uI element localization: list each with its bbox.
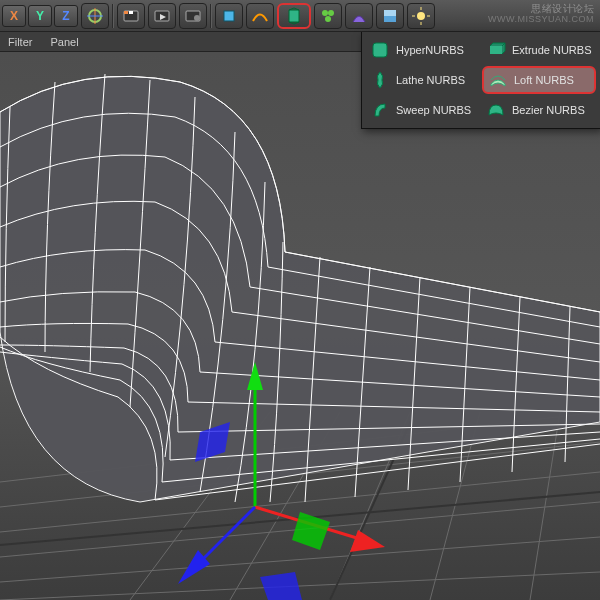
beziernurbs-icon [486, 100, 506, 120]
watermark-url: WWW.MISSYUAN.COM [488, 14, 594, 24]
render-view-button[interactable] [117, 3, 145, 29]
menu-panel[interactable]: Panel [50, 36, 78, 48]
svg-rect-49 [373, 43, 387, 57]
extrudenurbs-icon [486, 40, 506, 60]
svg-line-25 [0, 537, 600, 582]
render-settings-button[interactable] [179, 3, 207, 29]
dropdown-label: Extrude NURBS [512, 44, 591, 56]
svg-rect-15 [384, 10, 396, 16]
svg-marker-43 [350, 530, 385, 552]
loftnurbs-icon [488, 70, 508, 90]
viewport-3d[interactable] [0, 52, 600, 600]
array-button[interactable] [314, 3, 342, 29]
dropdown-label: Bezier NURBS [512, 104, 585, 116]
render-region-button[interactable] [148, 3, 176, 29]
coord-system-button[interactable] [81, 3, 109, 29]
dropdown-sweepnurbs[interactable]: Sweep NURBS [366, 96, 480, 124]
dropdown-loftnurbs[interactable]: Loft NURBS [482, 66, 596, 94]
svg-point-12 [328, 10, 334, 16]
axis-y-button[interactable]: Y [28, 5, 52, 27]
svg-rect-10 [224, 11, 234, 21]
dropdown-beziernurbs[interactable]: Bezier NURBS [482, 96, 596, 124]
axis-z-button[interactable]: Z [54, 5, 78, 27]
add-spline-button[interactable] [246, 3, 274, 29]
add-primitive-button[interactable] [215, 3, 243, 29]
svg-marker-48 [260, 572, 302, 600]
svg-rect-4 [124, 11, 128, 14]
menu-filter[interactable]: Filter [8, 36, 32, 48]
nurbs-dropdown: HyperNURBS Extrude NURBS Lathe NURBS Lof… [361, 32, 600, 129]
lathenurbs-icon [370, 70, 390, 90]
toolbar-separator [210, 4, 212, 28]
dropdown-label: HyperNURBS [396, 44, 464, 56]
axis-x-button[interactable]: X [2, 5, 26, 27]
hypernurbs-icon [370, 40, 390, 60]
svg-rect-5 [129, 11, 133, 14]
light-button[interactable] [407, 3, 435, 29]
dropdown-extrudenurbs[interactable]: Extrude NURBS [482, 36, 596, 64]
deformer-button[interactable] [345, 3, 373, 29]
dropdown-lathenurbs[interactable]: Lathe NURBS [366, 66, 480, 94]
wireframe-mesh [0, 52, 600, 600]
nurbs-generator-button[interactable] [277, 3, 311, 29]
sweepnurbs-icon [370, 100, 390, 120]
svg-point-11 [322, 10, 328, 16]
toolbar-separator [112, 4, 114, 28]
dropdown-label: Sweep NURBS [396, 104, 471, 116]
environment-button[interactable] [376, 3, 404, 29]
axis-group: X Y Z [2, 5, 78, 27]
dropdown-label: Lathe NURBS [396, 74, 465, 86]
svg-point-9 [194, 15, 200, 21]
svg-point-13 [325, 16, 331, 22]
dropdown-hypernurbs[interactable]: HyperNURBS [366, 36, 480, 64]
dropdown-label: Loft NURBS [514, 74, 574, 86]
svg-rect-14 [384, 16, 396, 22]
svg-point-16 [417, 12, 425, 20]
